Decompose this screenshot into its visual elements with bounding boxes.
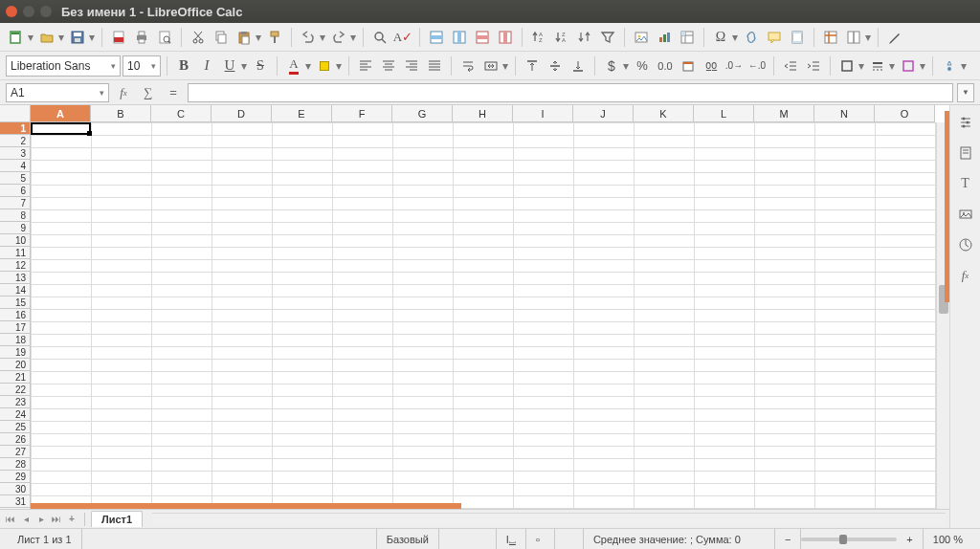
undo-icon[interactable]: [298, 27, 319, 48]
sort-desc-icon[interactable]: ZA: [551, 27, 572, 48]
row-header-20[interactable]: 20: [0, 359, 30, 371]
redo-dropdown[interactable]: ▾: [349, 27, 357, 48]
align-middle-icon[interactable]: [545, 55, 566, 77]
column-header-E[interactable]: E: [272, 105, 332, 121]
row-header-29[interactable]: 29: [0, 471, 30, 483]
window-maximize-button[interactable]: [40, 6, 52, 17]
column-icon[interactable]: [449, 27, 470, 48]
status-selection-mode[interactable]: ▫: [526, 529, 555, 549]
function-wizard-icon[interactable]: fx: [113, 82, 134, 103]
underline-dropdown[interactable]: ▾: [240, 55, 248, 77]
spellcheck-icon[interactable]: A✓: [392, 27, 413, 48]
tab-next-icon[interactable]: ▸: [34, 513, 48, 526]
border-style-dropdown[interactable]: ▾: [888, 55, 896, 77]
clone-format-icon[interactable]: [264, 27, 285, 48]
sidebar-settings-icon[interactable]: [954, 111, 977, 134]
column-header-A[interactable]: A: [31, 105, 91, 121]
save-dropdown[interactable]: ▾: [88, 27, 96, 48]
font-color-dropdown[interactable]: ▾: [304, 55, 312, 77]
borders-icon[interactable]: [836, 55, 858, 77]
cut-icon[interactable]: [188, 27, 209, 48]
column-header-H[interactable]: H: [453, 105, 513, 121]
new-doc-icon[interactable]: [6, 27, 27, 48]
borders-dropdown[interactable]: ▾: [858, 55, 865, 77]
row-header-19[interactable]: 19: [0, 346, 30, 359]
zoom-value[interactable]: 100 %: [924, 529, 972, 549]
paste-dropdown[interactable]: ▾: [255, 27, 262, 48]
row-header-6[interactable]: 6: [0, 185, 30, 197]
column-header-C[interactable]: C: [151, 105, 212, 121]
print-preview-icon[interactable]: [154, 27, 175, 48]
remove-decimal-icon[interactable]: ←.0: [746, 55, 768, 77]
sheet-tab-1[interactable]: Лист1: [91, 511, 143, 527]
align-bottom-icon[interactable]: [568, 55, 589, 77]
row-header-10[interactable]: 10: [0, 234, 30, 247]
open-icon[interactable]: [36, 27, 57, 48]
status-insert-mode-icon[interactable]: I⎵: [497, 529, 526, 549]
freeze-icon[interactable]: [820, 27, 841, 48]
split-icon[interactable]: [843, 27, 864, 48]
formula-input[interactable]: [188, 83, 953, 102]
status-signature[interactable]: [555, 529, 584, 549]
paste-icon[interactable]: [234, 27, 255, 48]
tab-first-icon[interactable]: ⏮: [4, 513, 17, 526]
highlight-dropdown[interactable]: ▾: [335, 55, 343, 77]
status-style[interactable]: Базовый: [377, 529, 439, 549]
sort-asc-icon[interactable]: AZ: [528, 27, 549, 48]
delete-row-icon[interactable]: [472, 27, 493, 48]
split-dropdown[interactable]: ▾: [864, 27, 872, 48]
hyperlink-icon[interactable]: [741, 27, 762, 48]
conditional-dropdown[interactable]: ▾: [960, 55, 968, 77]
increase-indent-icon[interactable]: [803, 55, 824, 77]
row-header-24[interactable]: 24: [0, 408, 30, 421]
column-header-N[interactable]: N: [814, 105, 875, 121]
row-header-7[interactable]: 7: [0, 197, 30, 209]
tab-last-icon[interactable]: ⏭: [50, 513, 63, 526]
chart-icon[interactable]: [654, 27, 675, 48]
row-header-21[interactable]: 21: [0, 371, 30, 384]
name-box[interactable]: A1▾: [6, 83, 109, 102]
percent-icon[interactable]: %: [632, 55, 653, 77]
bold-button[interactable]: B: [173, 55, 194, 77]
sum-icon[interactable]: ∑: [138, 82, 159, 103]
window-close-button[interactable]: [6, 6, 17, 17]
zoom-slider[interactable]: [801, 538, 897, 541]
row-icon[interactable]: [426, 27, 447, 48]
print-icon[interactable]: [131, 27, 152, 48]
pivot-icon[interactable]: [677, 27, 698, 48]
row-header-11[interactable]: 11: [0, 247, 30, 259]
row-header-25[interactable]: 25: [0, 421, 30, 433]
new-doc-dropdown[interactable]: ▾: [27, 27, 34, 48]
special-char-icon[interactable]: Ω: [710, 27, 731, 48]
border-color-icon[interactable]: [898, 55, 919, 77]
row-header-14[interactable]: 14: [0, 284, 30, 296]
autofilter-icon[interactable]: [597, 27, 618, 48]
undo-dropdown[interactable]: ▾: [319, 27, 326, 48]
row-header-1[interactable]: 1: [0, 122, 30, 135]
save-icon[interactable]: [67, 27, 88, 48]
add-sheet-icon[interactable]: +: [65, 513, 78, 526]
font-name-combo[interactable]: Liberation Sans▾: [6, 55, 121, 77]
add-decimal-icon[interactable]: .0→: [724, 55, 745, 77]
copy-icon[interactable]: [211, 27, 232, 48]
sidebar-properties-icon[interactable]: [954, 142, 977, 165]
underline-button[interactable]: U: [219, 55, 240, 77]
row-header-16[interactable]: 16: [0, 309, 30, 321]
row-header-23[interactable]: 23: [0, 396, 30, 408]
row-header-12[interactable]: 12: [0, 259, 30, 272]
headers-footers-icon[interactable]: [787, 27, 808, 48]
row-header-18[interactable]: 18: [0, 334, 30, 346]
date-icon[interactable]: [678, 55, 699, 77]
row-header-27[interactable]: 27: [0, 446, 30, 458]
align-top-icon[interactable]: [522, 55, 543, 77]
row-header-31[interactable]: 31: [0, 495, 30, 508]
status-summary[interactable]: Среднее значение: ; Сумма: 0: [584, 529, 775, 549]
font-size-combo[interactable]: 10▾: [122, 55, 161, 77]
row-header-26[interactable]: 26: [0, 433, 30, 446]
image-icon[interactable]: [631, 27, 652, 48]
column-header-K[interactable]: K: [634, 105, 694, 121]
row-header-28[interactable]: 28: [0, 458, 30, 471]
delete-column-icon[interactable]: [495, 27, 516, 48]
merge-cells-icon[interactable]: [480, 55, 501, 77]
row-header-3[interactable]: 3: [0, 147, 30, 160]
